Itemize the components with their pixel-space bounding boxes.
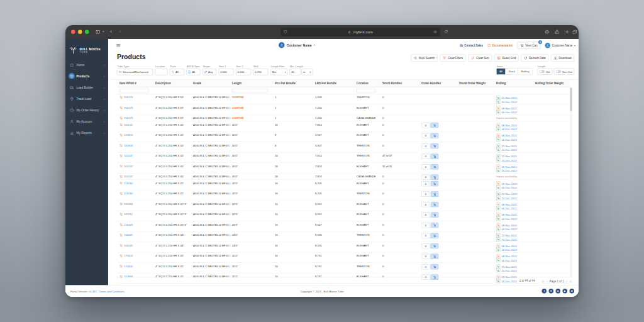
filter-input-size-2[interactable]: 4.000	[236, 69, 251, 75]
order-qty-input[interactable]: 0	[421, 143, 430, 149]
sidebar-item-home[interactable]: Home›	[65, 59, 108, 70]
order-qty-input[interactable]: 0	[421, 133, 430, 139]
sidebar-item-my-account[interactable]: My Account›	[65, 116, 108, 127]
documentation-link[interactable]: Documentation	[487, 43, 513, 47]
item-number-link[interactable]: 990179	[124, 106, 133, 109]
item-number-link[interactable]: 170600	[124, 254, 133, 257]
item-number-link[interactable]: 100247	[124, 175, 133, 178]
back-button[interactable]: ‹	[110, 28, 112, 35]
rolling-date-link[interactable]: 08-Nov-2024	[502, 134, 517, 137]
rolling-date-link[interactable]: 06-Dec-2024	[502, 186, 517, 189]
item-number-link[interactable]: 191468	[124, 203, 133, 206]
multi-search-button[interactable]: Multi Search	[411, 55, 437, 62]
browser-download-icon[interactable]	[545, 30, 550, 35]
rolling-cart-button[interactable]	[496, 186, 501, 190]
item-number-link[interactable]: 990179	[124, 116, 133, 119]
column-header-11[interactable]: Rolling Order Weight	[533, 82, 570, 85]
rolling-date-link[interactable]: 06-Dec-2024	[502, 248, 517, 252]
rolling-date-link[interactable]: 06-Dec-2024	[502, 207, 517, 210]
zoom-button[interactable]	[85, 30, 89, 35]
rolling-cart-button[interactable]	[496, 138, 501, 142]
rolling-date-link[interactable]: 20-Dec-2024	[502, 269, 517, 272]
order-qty-input[interactable]: 0	[421, 264, 430, 270]
x-twitter-icon[interactable]: X	[549, 289, 554, 294]
sidebar-item-track-load[interactable]: Track Load›	[65, 93, 108, 104]
rolling-date-link[interactable]: 20-Dec-2024	[502, 158, 517, 162]
sidebar-item-load-builder[interactable]: Load Builder›	[65, 82, 108, 93]
rolling-cart-button[interactable]	[496, 269, 501, 273]
column-header-6[interactable]: Location	[354, 82, 380, 85]
column-filter-input[interactable]	[357, 89, 375, 93]
items-option-rolling[interactable]: Rolling	[518, 69, 533, 75]
rolling-date-link[interactable]: 20-Dec-2024	[502, 238, 517, 241]
order-qty-input[interactable]: 0	[421, 223, 430, 228]
rolling-cart-button[interactable]	[496, 100, 501, 104]
scrollbar-thumb[interactable]	[570, 88, 572, 111]
order-qty-input[interactable]: 0	[421, 202, 430, 208]
column-filter-input[interactable]	[119, 89, 148, 93]
forward-button[interactable]: ›	[119, 28, 121, 35]
refresh-data-button[interactable]: Refresh Data	[521, 55, 548, 62]
last-page-button[interactable]: ›|	[570, 279, 572, 283]
filter-input-length-filter[interactable]: Min▾	[270, 69, 287, 75]
rolling-cart-button[interactable]	[496, 110, 501, 114]
order-qty-input[interactable]: 0	[421, 154, 430, 160]
item-number-link[interactable]: 119430	[124, 182, 133, 185]
add-to-cart-button[interactable]	[431, 264, 438, 270]
add-to-cart-button[interactable]	[431, 243, 438, 249]
reset-grid-button[interactable]: Reset Grid	[494, 55, 519, 62]
order-qty-input[interactable]: 0	[421, 213, 430, 218]
browser-share-icon[interactable]	[555, 30, 560, 35]
rolling-date-link[interactable]: 22-Nov-2024	[502, 265, 517, 268]
account-menu[interactable]: Customer Name ▾	[545, 43, 575, 48]
reload-icon[interactable]	[444, 30, 448, 34]
rolling-date-link[interactable]: 06-Dec-2024	[502, 258, 517, 262]
next-page-button[interactable]: ›	[566, 279, 567, 283]
sidebar-item-products[interactable]: Products›	[65, 70, 108, 82]
order-qty-input[interactable]: 0	[421, 123, 430, 128]
chevron-down-icon[interactable]: ▾	[103, 30, 104, 34]
length-toggle-std[interactable]: Std	[538, 69, 552, 75]
rolling-date-link[interactable]: 20-Dec-2024	[502, 100, 517, 103]
order-qty-input[interactable]: 0	[421, 175, 430, 180]
filter-input-tube-type[interactable]: Structural/Mechanical	[117, 69, 153, 75]
close-button[interactable]	[71, 30, 75, 35]
unit-spinner[interactable]: in.⇅	[302, 69, 313, 75]
privacy-shield-icon[interactable]	[284, 30, 288, 35]
filter-input-parts[interactable]: All	[170, 69, 184, 75]
item-number-link[interactable]: 160241	[124, 123, 133, 126]
rolling-cart-button[interactable]	[496, 158, 501, 163]
item-number-link[interactable]: 100585	[124, 233, 133, 236]
rolling-cart-button[interactable]	[496, 196, 501, 201]
order-qty-input[interactable]: 0	[421, 254, 430, 260]
add-to-cart-button[interactable]	[431, 175, 438, 180]
order-qty-input[interactable]: 0	[421, 243, 430, 249]
rolling-date-link[interactable]: 06-Dec-2024	[502, 111, 517, 114]
rolling-date-link[interactable]: 06-Dec-2024	[502, 128, 517, 131]
item-number-link[interactable]: 991162	[124, 213, 133, 216]
rolling-cart-button[interactable]	[496, 169, 501, 173]
add-to-cart-button[interactable]	[431, 202, 438, 208]
rolling-date-link[interactable]: 08-Nov-2024	[502, 244, 517, 247]
add-to-cart-button[interactable]	[431, 233, 438, 239]
rolling-cart-button[interactable]	[496, 127, 501, 131]
rolling-date-link[interactable]: 08-Nov-2024	[502, 165, 517, 168]
prev-page-button[interactable]: ‹	[547, 279, 548, 283]
rolling-date-link[interactable]: 20-Dec-2024	[502, 148, 517, 152]
rolling-date-link[interactable]: 06-Dec-2024	[502, 169, 517, 172]
globe-icon[interactable]: ⊕	[570, 289, 575, 294]
facebook-icon[interactable]: f	[542, 289, 547, 294]
filter-input-location[interactable]	[155, 69, 168, 75]
column-header-2[interactable]: Grade	[191, 82, 230, 85]
rolling-date-link[interactable]: 08-Nov-2024	[502, 123, 517, 126]
item-number-link[interactable]: 190833	[124, 133, 133, 136]
add-to-cart-button[interactable]	[431, 133, 438, 139]
filter-input-min-length[interactable]: 40	[290, 69, 301, 75]
rolling-date-link[interactable]: 08-Nov-2024	[502, 213, 517, 216]
sidebar-item-my-order-history[interactable]: My Order History›	[65, 104, 108, 116]
rolling-date-link[interactable]: 08-Nov-2024	[502, 223, 517, 226]
column-header-0[interactable]: Item #/Part #	[117, 82, 153, 85]
hamburger-menu-icon[interactable]	[116, 43, 121, 48]
items-option-stock[interactable]: Stock	[505, 69, 518, 75]
add-to-cart-button[interactable]	[431, 123, 438, 128]
